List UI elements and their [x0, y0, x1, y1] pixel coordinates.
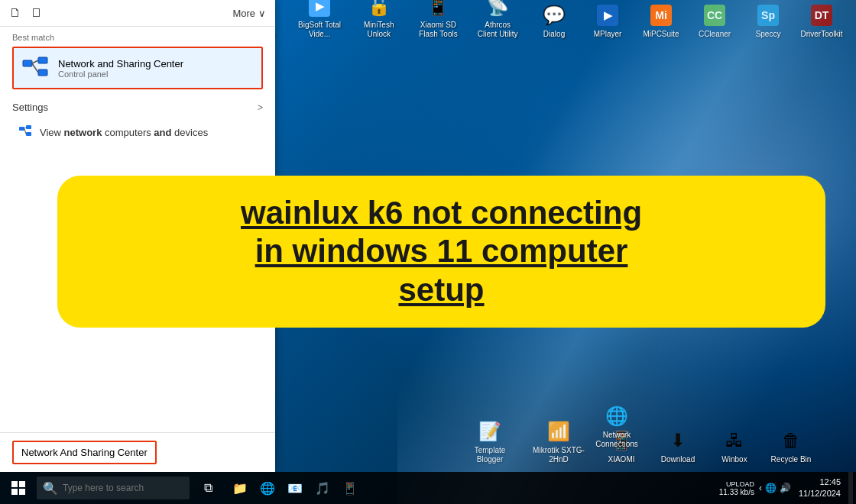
minitesh-icon: 🔓 — [367, 0, 391, 18]
ccleaner-icon: CC — [702, 3, 727, 27]
desktop-icon-athrcos[interactable]: 📡 Athrcos Client Utility — [468, 0, 527, 42]
svg-rect-5 — [19, 127, 24, 131]
taskbar-icon-browser[interactable]: 🌐 — [254, 472, 281, 504]
page-icon[interactable]: 🗌 — [31, 6, 43, 20]
speccy-icon: Sp — [756, 3, 780, 27]
document-icon[interactable]: 🗋 — [9, 6, 21, 20]
desktop-icon-network-connections[interactable]: 🌐 Network Connections — [584, 401, 650, 452]
desktop-icon-speccy[interactable]: Sp Speccy — [741, 0, 795, 42]
desktop-icon-xiaomi-flash[interactable]: 📱 Xiaomi SD Flash Tools — [409, 0, 469, 42]
settings-arrow-icon[interactable]: > — [258, 102, 263, 113]
download-label: Download — [661, 455, 695, 464]
network-speed-display: UPLOAD 11.33 kb/s — [719, 480, 757, 496]
desktop-icon-mipc[interactable]: Mi MiPCSuite — [634, 0, 688, 42]
mipc-icon: Mi — [649, 3, 673, 27]
svg-rect-1 — [38, 57, 47, 63]
desktop-icons-bottom-row: 📝 Template Blogger 📶 Mikrotik SXTG-2HnD … — [457, 416, 818, 467]
mipc-label: MiPCSuite — [643, 30, 679, 39]
settings-header: Settings > — [12, 102, 263, 113]
template-icon: 📝 — [478, 419, 502, 444]
xiaomi-flash-label: Xiaomi SD Flash Tools — [415, 21, 462, 39]
network-settings-icon — [18, 124, 32, 141]
desktop-icon-drivertoolkit[interactable]: DT DriverToolkit — [795, 0, 848, 42]
network-tray-icon[interactable]: 🌐 — [765, 483, 777, 493]
taskbar-icon-music[interactable]: 🎵 — [309, 472, 336, 504]
taskbar-pinned-icons: 📁 🌐 📧 🎵 📱 — [226, 472, 364, 504]
desktop-icon-download[interactable]: ⬇ Download — [651, 425, 705, 467]
overlay-line2: in windows 11 computer — [85, 232, 798, 270]
tray-chevron-icon[interactable]: ‹ — [759, 483, 762, 493]
show-desktop-button[interactable] — [848, 472, 853, 504]
network-connections-label: Network Connections — [590, 431, 644, 449]
taskbar-right: UPLOAD 11.33 kb/s ‹ 🌐 🔊 12:45 11/12/2024 — [719, 472, 856, 504]
settings-label: Settings — [12, 102, 48, 113]
drivertoolkit-label: DriverToolkit — [801, 30, 843, 39]
mplayer-icon: ▶ — [595, 3, 620, 27]
desktop-icon-winbox[interactable]: 🖧 Winbox — [708, 425, 761, 467]
taskbar-icon-mail[interactable]: 📧 — [281, 472, 309, 504]
xiaomi-label: XIAOMI — [608, 455, 634, 464]
recyclebin-icon: 🗑 — [779, 428, 803, 453]
desktop-icon-dialog[interactable]: 💬 Dialog — [527, 0, 581, 42]
more-button[interactable]: More ∨ — [232, 8, 266, 19]
tray-icons: ‹ 🌐 🔊 — [759, 483, 791, 493]
overlay-text-block: wainlux k6 not connecting in windows 11 … — [57, 176, 825, 328]
svg-rect-6 — [26, 125, 31, 129]
desktop-icon-mplayer[interactable]: ▶ MPlayer — [581, 0, 634, 42]
mikrotik-icon: 📶 — [546, 419, 571, 444]
task-view-button[interactable]: ⧉ — [193, 472, 223, 504]
athrcos-label: Athrcos Client Utility — [474, 21, 521, 39]
header-icons: 🗋 🗌 — [9, 6, 43, 20]
desktop-icon-ccleaner[interactable]: CC CCleaner — [688, 0, 741, 42]
recyclebin-label: Recycle Bin — [771, 455, 812, 464]
desktop-icon-mikrotik[interactable]: 📶 Mikrotik SXTG-2HnD — [526, 416, 592, 467]
chevron-down-icon: ∨ — [258, 8, 266, 19]
upload-speed: 11.33 kb/s — [719, 488, 754, 496]
desktop: 🖥 My Computer 💾 Local Hard Disk (E) CP C… — [0, 0, 856, 504]
svg-line-8 — [24, 128, 26, 129]
desktop-icon-bigsoft[interactable]: ▶ BigSoft Total Vide... — [290, 0, 349, 42]
search-panel-header: 🗋 🗌 More ∨ — [0, 0, 275, 27]
volume-tray-icon[interactable]: 🔊 — [780, 483, 791, 493]
template-label: Template Blogger — [463, 446, 517, 464]
network-connections-icon: 🌐 — [605, 404, 629, 428]
overlay-line3: setup — [85, 271, 798, 309]
network-sharing-result[interactable]: Network and Sharing Center Control panel — [12, 47, 263, 89]
speccy-label: Speccy — [756, 30, 781, 39]
more-label: More — [232, 8, 255, 19]
dialog-label: Dialog — [543, 30, 565, 39]
svg-rect-7 — [26, 132, 31, 136]
xiaomi-flash-icon: 📱 — [426, 0, 450, 18]
svg-rect-12 — [11, 489, 18, 495]
mikrotik-label: Mikrotik SXTG-2HnD — [532, 446, 585, 464]
network-sharing-icon — [21, 54, 49, 82]
winbox-label: Winbox — [721, 455, 747, 464]
footer-network-sharing[interactable]: Network And Sharing Center — [12, 441, 157, 464]
desktop-icon-recyclebin[interactable]: 🗑 Recycle Bin — [764, 425, 818, 467]
mplayer-label: MPlayer — [594, 30, 622, 39]
result-subtitle: Control panel — [58, 69, 183, 79]
taskbar-icon-fileexplorer[interactable]: 📁 — [226, 472, 254, 504]
svg-rect-10 — [11, 481, 18, 487]
taskbar-search-input[interactable] — [63, 483, 177, 493]
svg-rect-2 — [38, 69, 47, 76]
search-panel-footer: Network And Sharing Center — [0, 432, 275, 472]
upload-label: UPLOAD — [719, 480, 754, 488]
start-button[interactable] — [3, 472, 34, 504]
winbox-icon: 🖧 — [722, 428, 747, 453]
best-match-section: Best match Network and Sharing Center Co… — [0, 27, 275, 92]
view-network-computers-item[interactable]: View network computers and devices — [12, 119, 263, 145]
settings-section: Settings > View network computers and de… — [0, 92, 275, 148]
drivertoolkit-icon: DT — [809, 3, 834, 27]
svg-rect-13 — [19, 489, 25, 495]
result-title: Network and Sharing Center — [58, 58, 183, 69]
ccleaner-label: CCleaner — [699, 30, 731, 39]
taskbar-icon-phone[interactable]: 📱 — [336, 472, 364, 504]
desktop-icon-template[interactable]: 📝 Template Blogger — [457, 416, 523, 467]
system-clock[interactable]: 12:45 11/12/2024 — [793, 477, 847, 500]
taskbar: 🔍 ⧉ 📁 🌐 📧 🎵 📱 UPLOAD 11.33 kb/s ‹ � — [0, 472, 856, 504]
taskbar-search-box[interactable]: 🔍 — [37, 477, 190, 499]
bigsoft-label: BigSoft Total Vide... — [296, 21, 343, 39]
desktop-icon-minitesh[interactable]: 🔓 MiniTesh Unlock — [349, 0, 409, 42]
dialog-icon: 💬 — [542, 3, 566, 27]
